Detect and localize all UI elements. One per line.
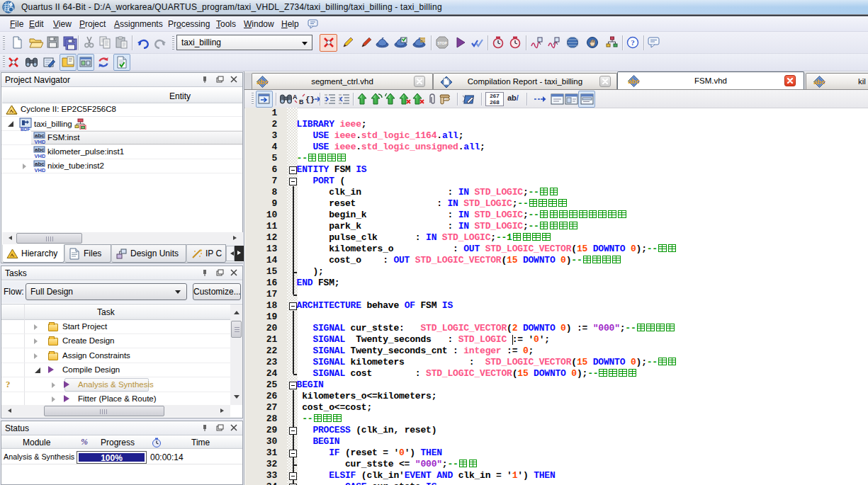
svg-text:abc: abc: [35, 147, 45, 153]
svg-text:{}: {}: [305, 96, 315, 104]
svg-text:A: A: [293, 93, 298, 101]
svg-text:STOP: STOP: [437, 41, 447, 45]
svg-text:VHD: VHD: [35, 153, 46, 159]
svg-text:abc: abc: [813, 78, 825, 86]
svg-text:VHD: VHD: [35, 167, 46, 173]
svg-text:VHD: VHD: [35, 139, 46, 144]
svg-text:abc: abc: [35, 132, 45, 139]
svg-text:abc: abc: [35, 161, 45, 167]
svg-text:B: B: [299, 98, 304, 105]
svg-text:?: ?: [631, 38, 635, 47]
